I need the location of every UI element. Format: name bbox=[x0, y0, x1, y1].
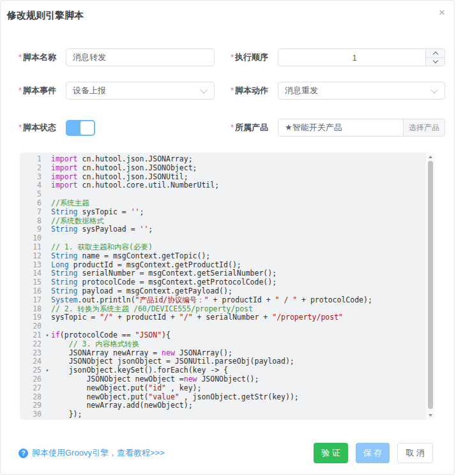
fold-gutter bbox=[43, 234, 51, 243]
line-number: 20 bbox=[20, 322, 43, 331]
fold-arrow-icon[interactable]: ▾ bbox=[43, 366, 51, 375]
question-icon: ? bbox=[19, 449, 28, 458]
script-event-select[interactable]: 设备上报 bbox=[66, 82, 215, 100]
groovy-tutorial-link[interactable]: ? 脚本使用Groovy引擎，查看教程>>> bbox=[19, 447, 165, 459]
line-number: 10 bbox=[20, 234, 43, 243]
code-line: 16String payload = msgContext.getPayload… bbox=[20, 287, 426, 296]
cancel-button[interactable]: 取 消 bbox=[397, 443, 433, 463]
code-text: import cn.hutool.json.JSONObject; bbox=[51, 164, 426, 173]
code-line: 23 JSONArray newArray = new JSONArray(); bbox=[20, 349, 426, 358]
code-text: //系统主题 bbox=[51, 199, 426, 208]
form-row-2: *脚本事件 设备上报 *脚本动作 消息重发 bbox=[19, 82, 445, 100]
fold-gutter bbox=[43, 401, 51, 410]
product-input[interactable] bbox=[278, 119, 403, 136]
validate-button[interactable]: 验 证 bbox=[314, 443, 348, 463]
line-number: 24 bbox=[20, 357, 43, 366]
scroll-up-icon[interactable] bbox=[429, 156, 432, 158]
code-text: newObject.put("id" , key); bbox=[51, 384, 426, 393]
fold-gutter bbox=[43, 252, 51, 261]
code-line: 17System.out.println("产品id/协议编号：" + prod… bbox=[20, 296, 426, 305]
fold-gutter bbox=[43, 313, 51, 322]
script-status-toggle[interactable] bbox=[66, 120, 95, 136]
code-line: 3import cn.hutool.json.JSONUtil; bbox=[20, 173, 426, 182]
dialog-header: 修改规则引擎脚本 × bbox=[1, 1, 454, 29]
fold-gutter bbox=[43, 208, 51, 217]
line-number: 22 bbox=[20, 340, 43, 349]
required-marker: * bbox=[231, 123, 234, 132]
code-text: if(protocolCode == "JSON"){ bbox=[51, 331, 426, 340]
fold-arrow-icon[interactable]: ▾ bbox=[43, 331, 51, 340]
line-number: 16 bbox=[20, 287, 43, 296]
code-line: 6//系统主题 bbox=[20, 199, 426, 208]
code-text: }); bbox=[51, 410, 426, 419]
line-number: 9 bbox=[20, 225, 43, 234]
code-text: Long productId = msgContext.getProductId… bbox=[51, 261, 426, 270]
chevron-up-icon bbox=[432, 52, 437, 57]
code-text: import cn.hutool.core.util.NumberUtil; bbox=[51, 181, 426, 190]
line-number: 27 bbox=[20, 384, 43, 393]
line-number: 14 bbox=[20, 269, 43, 278]
required-marker: * bbox=[19, 86, 22, 95]
code-line: 22 // 3. 内容格式转换 bbox=[20, 340, 426, 349]
line-number: 2 bbox=[20, 164, 43, 173]
script-code-editor[interactable]: 1import cn.hutool.json.JSONArray;2import… bbox=[20, 152, 435, 420]
line-number: 17 bbox=[20, 296, 43, 305]
script-event-field: *脚本事件 设备上报 bbox=[19, 82, 215, 100]
exec-order-input[interactable] bbox=[278, 49, 445, 66]
code-line: 8//系统数据格式 bbox=[20, 217, 426, 226]
code-text bbox=[51, 322, 426, 331]
select-product-button[interactable]: 选择产品 bbox=[403, 119, 445, 136]
code-line: 13Long productId = msgContext.getProduct… bbox=[20, 261, 426, 270]
code-line: 21▾if(protocolCode == "JSON"){ bbox=[20, 331, 426, 340]
code-text: String protocolCode = msgContext.getProt… bbox=[51, 278, 426, 287]
dialog-title: 修改规则引擎脚本 bbox=[7, 10, 84, 20]
line-number: 19 bbox=[20, 313, 43, 322]
fold-gutter bbox=[43, 199, 51, 208]
line-number: 15 bbox=[20, 278, 43, 287]
script-action-select[interactable]: 消息重发 bbox=[278, 82, 445, 100]
fold-gutter bbox=[43, 305, 51, 314]
code-text: // 3. 内容格式转换 bbox=[51, 340, 426, 349]
code-line: 5 bbox=[20, 190, 426, 199]
scrollbar-thumb[interactable] bbox=[428, 161, 433, 409]
code-line: 30 }); bbox=[20, 410, 426, 419]
line-number: 23 bbox=[20, 349, 43, 358]
code-text: jsonObject.keySet().forEach(key -> { bbox=[51, 366, 426, 375]
code-line: 20 bbox=[20, 322, 426, 331]
script-status-field: *脚本状态 bbox=[19, 120, 215, 136]
code-text: JSONObject newObject =new JSONObject(); bbox=[51, 375, 426, 384]
editor-scrollbar[interactable] bbox=[426, 152, 435, 420]
code-line: 14String serialNumber = msgContext.getSe… bbox=[20, 269, 426, 278]
code-text: String name = msgContext.getTopic(); bbox=[51, 252, 426, 261]
code-line: 29 newArray.add(newObject); bbox=[20, 401, 426, 410]
script-action-label: *脚本动作 bbox=[231, 85, 273, 96]
fold-gutter bbox=[43, 155, 51, 164]
fold-gutter bbox=[43, 269, 51, 278]
code-text bbox=[51, 190, 426, 199]
code-line: 19sysTopic = "/" + productId + "/" + ser… bbox=[20, 313, 426, 322]
spinner-down-button[interactable] bbox=[426, 58, 445, 66]
fold-gutter bbox=[43, 357, 51, 366]
code-line: 7String sysTopic = ''; bbox=[20, 208, 426, 217]
exec-order-label: *执行顺序 bbox=[231, 52, 273, 63]
code-text: // 2. 转换为系统主题 /60/DEVICE555/property/pos… bbox=[51, 305, 426, 314]
code-text: newArray.add(newObject); bbox=[51, 401, 426, 410]
fold-gutter bbox=[43, 287, 51, 296]
script-name-input[interactable] bbox=[66, 49, 214, 66]
line-number: 25 bbox=[20, 366, 43, 375]
code-line: 25▾ jsonObject.keySet().forEach(key -> { bbox=[20, 366, 426, 375]
fold-gutter bbox=[43, 296, 51, 305]
save-button[interactable]: 保 存 bbox=[356, 443, 390, 463]
line-number: 30 bbox=[20, 410, 43, 419]
product-field: *所属产品 选择产品 bbox=[231, 119, 445, 137]
scroll-down-icon[interactable] bbox=[429, 414, 432, 417]
script-event-value: 设备上报 bbox=[66, 85, 201, 96]
chevron-down-icon bbox=[200, 86, 207, 93]
dialog-footer: ? 脚本使用Groovy引擎，查看教程>>> 验 证 保 存 取 消 bbox=[19, 443, 440, 463]
code-text bbox=[51, 234, 426, 243]
spinner-up-button[interactable] bbox=[426, 49, 445, 58]
form-row-1: *脚本名称 *执行顺序 bbox=[19, 48, 445, 66]
code-line: 11// 1. 获取主题和内容(必要) bbox=[20, 243, 426, 252]
close-icon[interactable]: × bbox=[439, 7, 445, 18]
required-marker: * bbox=[231, 86, 234, 95]
